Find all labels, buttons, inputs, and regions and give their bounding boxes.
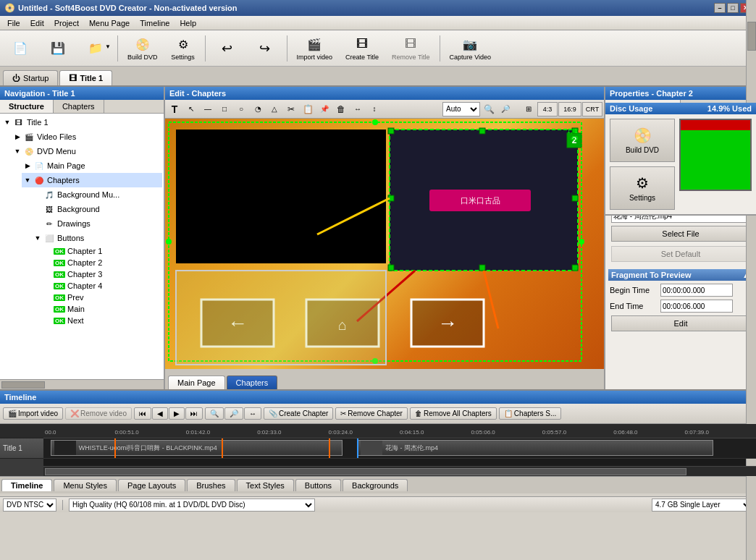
title1-track[interactable]: WHISTLE-uoomi抖音口哨舞 - BLACKPINK.mp4 花海 - …: [43, 438, 756, 459]
tl-hscroll[interactable]: [43, 466, 756, 476]
tree-item-chapter3[interactable]: ▶ OK Chapter 3: [42, 268, 162, 280]
tl-remove-all-chapters-btn[interactable]: 🗑 Remove All Chapters: [410, 407, 497, 420]
expand-dvd-menu[interactable]: ▼: [13, 147, 22, 156]
canvas-tab-chapters[interactable]: Chapters: [227, 376, 278, 389]
quality-select[interactable]: High Quality (HQ 60/108 min. at 1 DVD/DL…: [69, 499, 315, 512]
hscroll-thumb[interactable]: [1, 381, 45, 389]
vscroll-thumb[interactable]: [747, 22, 756, 51]
tree-item-buttons[interactable]: ▼ ⬜ Buttons: [32, 231, 162, 245]
tree-item-main-page[interactable]: ▶ 📄 Main Page: [22, 158, 162, 173]
tree-item-chapter2[interactable]: ▶ OK Chapter 2: [42, 257, 162, 268]
canvas-tab-main[interactable]: Main Page: [168, 376, 225, 389]
tab-startup[interactable]: ⏻ Startup: [3, 70, 58, 85]
tree-item-chapter1[interactable]: ▶ OK Chapter 1: [42, 245, 162, 257]
tl-remove-video-btn[interactable]: ❌ Remove video: [65, 407, 132, 420]
disc-settings-btn[interactable]: ⚙ Settings: [610, 166, 675, 210]
tl-end-btn[interactable]: ⏭: [185, 407, 203, 420]
ratio-crt-btn[interactable]: CRT: [582, 102, 602, 116]
clip-blackpink[interactable]: WHISTLE-uoomi抖音口哨舞 - BLACKPINK.mp4: [51, 440, 343, 456]
delete-btn[interactable]: 🗑: [333, 102, 349, 116]
flip-h-btn[interactable]: ↔: [350, 102, 366, 116]
menu-file[interactable]: File: [3, 17, 25, 29]
bottom-tab-timeline[interactable]: Timeline: [1, 479, 52, 491]
build-dvd-btn[interactable]: 📀 Build DVD: [122, 33, 163, 64]
text-tool-btn[interactable]: T: [167, 102, 182, 116]
tl-zoom-in-btn[interactable]: 🔍: [205, 407, 224, 420]
menu-edit[interactable]: Edit: [26, 17, 49, 29]
circle-tool-btn[interactable]: ○: [233, 102, 249, 116]
tree-item-next[interactable]: ▶ OK Next: [42, 315, 162, 326]
menu-project[interactable]: Project: [50, 17, 83, 29]
disc-build-dvd-btn[interactable]: 📀 Build DVD: [610, 119, 675, 162]
tl-hscroll-thumb[interactable]: [45, 468, 686, 475]
tree-item-video-files[interactable]: ▶ 🎬 Video Files: [12, 130, 162, 144]
expand-main-page[interactable]: ▶: [23, 161, 32, 170]
tree-item-chapters[interactable]: ▼ 🔴 Chapters: [22, 173, 162, 187]
tl-prev-btn[interactable]: ◀: [152, 407, 168, 420]
expand-chapters[interactable]: ▼: [23, 176, 32, 184]
tl-remove-chapter-btn[interactable]: ✂ Remove Chapter: [335, 407, 408, 420]
grid-btn[interactable]: ⊞: [521, 102, 537, 116]
bottom-tab-brushes[interactable]: Brushes: [187, 479, 235, 491]
paste-btn[interactable]: 📌: [316, 102, 332, 116]
edit-canvas[interactable]: 2 口米口古品 ← ⌂ →: [165, 119, 604, 369]
capture-video-btn[interactable]: 📷 Capture Video: [445, 33, 496, 64]
cut-btn[interactable]: ✂: [283, 102, 299, 116]
zoom-out-btn[interactable]: 🔎: [497, 102, 513, 116]
arc-tool-btn[interactable]: ◔: [250, 102, 266, 116]
save-btn[interactable]: 💾: [41, 37, 75, 60]
clip-huahai[interactable]: 花海 - 周杰伦.mp4: [357, 440, 713, 456]
tree-item-main[interactable]: ▶ OK Main: [42, 303, 162, 315]
menu-page[interactable]: Menu Page: [85, 17, 134, 29]
ratio-43-btn[interactable]: 4:3: [537, 102, 558, 116]
redo-btn[interactable]: ↪: [248, 37, 282, 60]
zoom-select[interactable]: Auto 25% 50% 75% 100% 150%: [442, 102, 480, 116]
poly-tool-btn[interactable]: △: [266, 102, 282, 116]
tl-play-btn[interactable]: ▶: [169, 407, 185, 420]
line-tool-btn[interactable]: —: [200, 102, 216, 116]
edit-btn[interactable]: Edit: [611, 315, 750, 331]
tl-start-btn[interactable]: ⏮: [134, 407, 151, 420]
format-select[interactable]: DVD NTSC DVD PAL: [3, 499, 56, 512]
tree-item-chapter4[interactable]: ▶ OK Chapter 4: [42, 280, 162, 292]
nav-tab-structure[interactable]: Structure: [0, 100, 54, 113]
tree-item-drawings[interactable]: ▶ ✏ Drawings: [32, 216, 162, 231]
tree-item-bg-music[interactable]: ▶ 🎵 Background Mu...: [32, 187, 162, 202]
disc-size-select[interactable]: 4.7 GB Single Layer: [652, 499, 753, 512]
copy-btn[interactable]: 📋: [300, 102, 316, 116]
maximize-btn[interactable]: □: [727, 3, 739, 13]
tree-item-prev[interactable]: ▶ OK Prev: [42, 292, 162, 303]
select-tool-btn[interactable]: ↖: [183, 102, 199, 116]
ratio-169-btn[interactable]: 16:9: [558, 102, 581, 116]
zoom-in-btn[interactable]: 🔍: [481, 102, 497, 116]
select-file-btn[interactable]: Select File: [611, 226, 750, 242]
rect-tool-btn[interactable]: □: [217, 102, 232, 116]
new-btn[interactable]: 📄: [3, 37, 38, 60]
create-title-btn[interactable]: 🎞 Create Title: [340, 33, 384, 64]
tl-chapters-s-btn[interactable]: 📋 Chapters S...: [499, 407, 561, 420]
tree-item-dvd-menu[interactable]: ▼ 📀 DVD Menu: [12, 144, 162, 158]
expand-title1[interactable]: ▼: [3, 118, 12, 127]
bottom-tab-backgrounds[interactable]: Backgrounds: [343, 479, 408, 491]
tl-import-video-btn[interactable]: 🎬 Import video: [3, 407, 63, 420]
begin-time-input[interactable]: [660, 284, 733, 297]
settings-btn[interactable]: ⚙ Settings: [166, 33, 201, 64]
tree-item-title1[interactable]: ▼ 🎞 Title 1: [1, 115, 162, 130]
import-video-btn[interactable]: 🎬 Import video: [292, 33, 338, 64]
minimize-btn[interactable]: –: [714, 3, 726, 13]
bottom-tab-menu-styles[interactable]: Menu Styles: [54, 479, 117, 491]
bottom-tab-page-layouts[interactable]: Page Layouts: [118, 479, 185, 491]
menu-timeline[interactable]: Timeline: [135, 17, 174, 29]
tab-title1[interactable]: 🎞 Title 1: [59, 70, 112, 85]
bottom-tab-buttons[interactable]: Buttons: [295, 479, 341, 491]
expand-video-files[interactable]: ▶: [13, 132, 22, 141]
remove-title-btn[interactable]: 🎞 Remove Title: [387, 33, 435, 64]
expand-buttons[interactable]: ▼: [33, 234, 42, 242]
menu-help[interactable]: Help: [175, 17, 201, 29]
end-time-input[interactable]: [660, 300, 733, 313]
tl-zoom-out-btn[interactable]: 🔎: [224, 407, 243, 420]
tree-item-background[interactable]: ▶ 🖼 Background: [32, 202, 162, 216]
nav-hscroll[interactable]: [0, 379, 164, 389]
timeline-content[interactable]: 00.0 0:00:51.0 0:01:42.0 0:02:33.0 0:03:…: [43, 424, 756, 476]
tl-create-chapter-btn[interactable]: 📎 Create Chapter: [264, 407, 333, 420]
